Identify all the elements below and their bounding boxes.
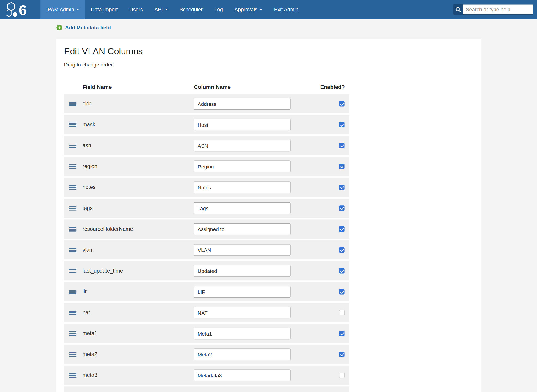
row-field-name: mask: [83, 121, 194, 128]
drag-handle-icon[interactable]: [69, 206, 76, 210]
column-name-input[interactable]: [194, 202, 290, 214]
add-metadata-link[interactable]: Add Metadata field: [65, 25, 111, 30]
table-row: tags: [64, 199, 349, 218]
drag-handle-icon[interactable]: [69, 289, 76, 294]
table-row: asn: [64, 136, 349, 155]
drag-handle-icon[interactable]: [69, 143, 76, 148]
column-name-input[interactable]: [194, 140, 290, 151]
column-name-input[interactable]: [194, 328, 290, 339]
row-enabled-checkbox[interactable]: [339, 373, 345, 378]
drag-handle-icon[interactable]: [69, 164, 76, 168]
drag-handle-icon[interactable]: [69, 269, 76, 273]
row-enabled-checkbox[interactable]: [339, 247, 345, 253]
panel-subtitle: Drag to change order.: [64, 62, 481, 67]
nav-item-data-import[interactable]: Data Import: [85, 0, 124, 19]
column-name-input[interactable]: [194, 307, 290, 318]
row-field-name: meta2: [83, 351, 194, 357]
page: 6 IPAM Admin Data Import Users API Sched…: [0, 0, 537, 392]
column-name-input[interactable]: [194, 223, 290, 235]
table-row: resourceHolderName: [64, 219, 349, 239]
row-enabled-checkbox[interactable]: [339, 331, 345, 336]
row-field-name: notes: [83, 184, 194, 191]
nav-item-log[interactable]: Log: [208, 0, 229, 19]
row-field-name: cidr: [83, 101, 194, 107]
column-name-input[interactable]: [194, 349, 290, 360]
row-enabled-checkbox[interactable]: [339, 185, 345, 190]
drag-handle-icon[interactable]: [69, 227, 76, 231]
row-enabled-checkbox[interactable]: [339, 122, 345, 127]
nav-item-users[interactable]: Users: [124, 0, 149, 19]
drag-handle-icon[interactable]: [69, 352, 76, 356]
nav-item-ipam-admin[interactable]: IPAM Admin: [40, 0, 85, 19]
column-name-input[interactable]: [194, 369, 290, 381]
search-icon[interactable]: [453, 4, 463, 15]
row-field-name: asn: [83, 142, 194, 149]
column-name-input[interactable]: [194, 286, 290, 298]
drag-handle-icon[interactable]: [69, 122, 76, 127]
header-enabled: Enabled?: [290, 84, 350, 90]
row-field-name: resourceHolderName: [83, 226, 194, 232]
row-enabled-checkbox[interactable]: [339, 289, 345, 294]
search-area: [453, 0, 537, 19]
row-enabled-checkbox[interactable]: [339, 143, 345, 148]
row-enabled-checkbox[interactable]: [339, 310, 345, 315]
table-row: vlan: [64, 240, 349, 260]
row-enabled-checkbox[interactable]: [339, 352, 345, 357]
column-name-input[interactable]: [194, 244, 290, 256]
row-field-name: meta3: [83, 372, 194, 378]
nav-item-scheduler[interactable]: Scheduler: [173, 0, 208, 19]
drag-handle-icon[interactable]: [69, 310, 76, 315]
nav-item-approvals[interactable]: Approvals: [229, 0, 268, 19]
row-field-name: tags: [83, 205, 194, 211]
row-enabled-checkbox[interactable]: [339, 226, 345, 232]
drag-handle-icon[interactable]: [69, 331, 76, 336]
chevron-down-icon: [165, 9, 168, 10]
table-row: meta1: [64, 324, 349, 343]
nav-item-api[interactable]: API: [149, 0, 173, 19]
row-enabled-checkbox[interactable]: [339, 101, 345, 107]
search-input[interactable]: [463, 4, 533, 15]
row-field-name: nat: [83, 309, 194, 316]
row-enabled-checkbox[interactable]: [339, 205, 345, 211]
row-field-name: region: [83, 163, 194, 169]
table-row-partial: [64, 387, 349, 392]
chevron-down-icon: [260, 9, 262, 10]
add-metadata-row: + Add Metadata field: [0, 19, 537, 30]
row-field-name: last_update_time: [83, 268, 194, 274]
nav-item-label: Scheduler: [180, 6, 203, 12]
table-row: meta3: [64, 366, 349, 385]
table-header: Field Name Column Name Enabled?: [64, 84, 349, 90]
nav-item-label: Users: [129, 6, 143, 12]
column-name-input[interactable]: [194, 265, 290, 277]
svg-text:6: 6: [19, 2, 27, 18]
table-row: nat: [64, 303, 349, 322]
row-field-name: vlan: [83, 247, 194, 253]
table-row: last_update_time: [64, 261, 349, 280]
app-logo[interactable]: 6: [0, 0, 40, 19]
drag-handle-icon[interactable]: [69, 102, 76, 106]
nav-item-label: Exit Admin: [274, 6, 299, 12]
header-column-name: Column Name: [194, 84, 290, 90]
hexagon-logo-icon: 6: [4, 1, 36, 18]
column-name-input[interactable]: [194, 119, 290, 131]
column-name-input[interactable]: [194, 182, 290, 193]
table-rows: cidr mask asn: [64, 94, 481, 385]
drag-handle-icon[interactable]: [69, 373, 76, 377]
nav-item-exit-admin[interactable]: Exit Admin: [268, 0, 304, 19]
column-name-input[interactable]: [194, 161, 290, 172]
nav-item-label: Log: [214, 6, 223, 12]
edit-vlan-columns-panel: Edit VLAN Columns Drag to change order. …: [56, 38, 481, 392]
drag-handle-icon[interactable]: [69, 248, 76, 252]
row-enabled-checkbox[interactable]: [339, 268, 345, 274]
navbar: 6 IPAM Admin Data Import Users API Sched…: [0, 0, 537, 19]
table-row: cidr: [64, 94, 349, 113]
table-row: notes: [64, 178, 349, 197]
row-field-name: meta1: [83, 330, 194, 336]
drag-handle-icon[interactable]: [69, 185, 76, 189]
nav-item-label: IPAM Admin: [46, 6, 74, 12]
header-field-name: Field Name: [83, 84, 194, 90]
row-field-name: lir: [83, 289, 194, 295]
column-name-input[interactable]: [194, 98, 290, 110]
row-enabled-checkbox[interactable]: [339, 164, 345, 169]
nav-item-label: Data Import: [91, 6, 118, 12]
